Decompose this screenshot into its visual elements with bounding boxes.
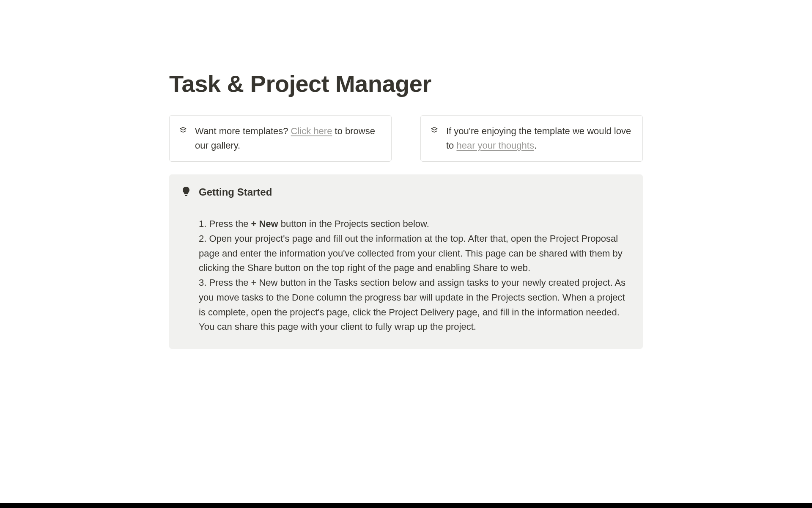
lightbulb-icon [182,186,190,198]
page-title: Task & Project Manager [169,70,643,97]
step1-suffix: button in the Projects section below. [278,218,429,229]
callout-text-templates: Want more templates? Click here to brows… [195,124,382,153]
getting-started-title: Getting Started [199,186,272,198]
notion-icon [179,127,187,137]
step1-prefix: 1. Press the [199,218,251,229]
page-container: Task & Project Manager Want more templat… [135,0,677,349]
step-3: 3. Press the + New button in the Tasks s… [199,276,630,334]
callout-suffix: . [534,140,537,151]
feedback-link[interactable]: hear your thoughts [456,140,534,151]
callout-prefix: Want more templates? [195,126,291,136]
step-2: 2. Open your project's page and fill out… [199,232,630,276]
callout-card-templates: Want more templates? Click here to brows… [169,115,392,162]
getting-started-callout: Getting Started 1. Press the + New butto… [169,174,643,349]
step-1: 1. Press the + New button in the Project… [199,217,630,232]
callout-card-feedback: If you're enjoying the template we would… [420,115,643,162]
callout-text-feedback: If you're enjoying the template we would… [446,124,633,153]
getting-started-header: Getting Started [182,186,630,198]
notion-icon [430,127,439,137]
getting-started-steps: 1. Press the + New button in the Project… [182,217,630,334]
step1-bold: + New [251,218,278,229]
templates-link[interactable]: Click here [291,126,332,136]
callout-row: Want more templates? Click here to brows… [169,115,643,162]
